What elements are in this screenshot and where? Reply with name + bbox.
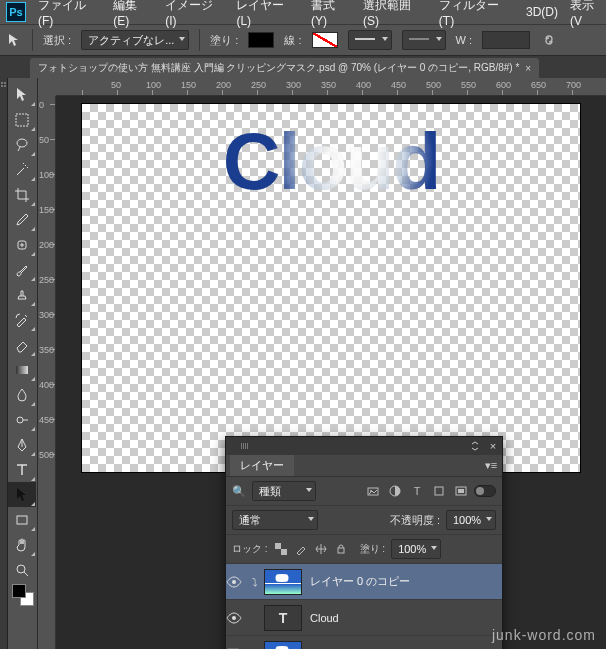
ruler-tick-label: 550 — [461, 80, 476, 90]
lock-move-icon[interactable] — [314, 543, 328, 555]
work-area: 5010015020025030035040045050055060065070… — [0, 78, 606, 649]
ruler-tick-label: 250 — [251, 80, 266, 90]
ruler-horizontal[interactable]: 5010015020025030035040045050055060065070… — [56, 78, 606, 96]
ruler-tick-label: 300 — [286, 80, 301, 90]
filter-smart-icon[interactable] — [454, 485, 468, 497]
type-tool[interactable] — [8, 457, 36, 482]
lock-all-icon[interactable] — [334, 543, 348, 555]
blend-mode-dropdown[interactable]: 通常 — [232, 510, 318, 530]
panel-titlebar[interactable]: × — [226, 437, 502, 455]
collapse-icon[interactable] — [466, 438, 484, 454]
crop-tool[interactable] — [8, 182, 36, 207]
tab-layers[interactable]: レイヤー — [230, 455, 294, 476]
menu-image[interactable]: イメージ(I) — [165, 0, 224, 28]
width-field[interactable] — [482, 31, 530, 49]
layer-name[interactable]: レイヤー 0 のコピー — [302, 574, 502, 589]
ruler-vertical[interactable]: 050100150200250300350400450500 — [38, 96, 56, 649]
layer-row[interactable]: TCloud — [226, 600, 502, 636]
layer-name[interactable]: Cloud — [302, 612, 502, 624]
separator — [32, 29, 33, 51]
pen-tool[interactable] — [8, 432, 36, 457]
svg-rect-16 — [338, 548, 344, 553]
ruler-tick-label: 500 — [426, 80, 441, 90]
ruler-tick-label: 700 — [566, 80, 581, 90]
eraser-tool[interactable] — [8, 332, 36, 357]
ruler-tick-label: 150 — [181, 80, 196, 90]
ruler-tick-label: 50 — [111, 80, 121, 90]
menu-type[interactable]: 書式(Y) — [311, 0, 351, 28]
zoom-tool[interactable] — [8, 557, 36, 582]
move-tool[interactable] — [8, 82, 36, 107]
menu-view[interactable]: 表示(V — [570, 0, 606, 28]
lock-row: ロック : 塗り : 100% — [226, 535, 502, 564]
layer-row[interactable]: レイヤー 0 — [226, 636, 502, 649]
stroke-width-dropdown[interactable] — [348, 30, 392, 50]
menu-filter[interactable]: フィルター(T) — [439, 0, 514, 28]
fill-label: 塗り : — [210, 33, 238, 48]
gradient-tool[interactable] — [8, 357, 36, 382]
eyedropper-tool[interactable] — [8, 207, 36, 232]
layer-filter-row: 🔍 種類 T — [226, 477, 502, 506]
collapsed-dock[interactable] — [0, 78, 8, 649]
panel-menu-icon[interactable]: ▾≡ — [480, 459, 502, 472]
ruler-tick-label: 50 — [39, 135, 49, 145]
svg-rect-14 — [275, 543, 281, 549]
lock-paint-icon[interactable] — [294, 543, 308, 555]
ruler-tick-label: 200 — [216, 80, 231, 90]
filter-toggle[interactable] — [474, 485, 496, 497]
brush-tool[interactable] — [8, 257, 36, 282]
document-tab[interactable]: フォトショップの使い方 無料講座 入門編 クリッピングマスク.psd @ 70%… — [30, 58, 539, 78]
layer-row[interactable]: ⤵レイヤー 0 のコピー — [226, 564, 502, 600]
layer-thumbnail[interactable] — [264, 569, 302, 595]
menu-file[interactable]: ファイル(F) — [38, 0, 101, 28]
lasso-tool[interactable] — [8, 132, 36, 157]
filter-type-icon[interactable]: T — [410, 485, 424, 497]
rectangle-tool[interactable] — [8, 507, 36, 532]
lock-transparent-icon[interactable] — [274, 543, 288, 555]
svg-point-7 — [17, 565, 25, 573]
menu-layer[interactable]: レイヤー(L) — [236, 0, 299, 28]
ruler-corner — [38, 78, 56, 96]
select-dropdown[interactable]: アクティブなレ... — [81, 30, 189, 50]
stroke-label: 線 : — [284, 33, 301, 48]
blur-tool[interactable] — [8, 382, 36, 407]
link-wh-icon[interactable] — [540, 31, 558, 49]
fill-swatch[interactable] — [248, 32, 274, 48]
marquee-tool[interactable] — [8, 107, 36, 132]
magic-wand-tool[interactable] — [8, 157, 36, 182]
move-tool-indicator[interactable] — [6, 32, 22, 48]
stroke-style-dropdown[interactable] — [402, 30, 446, 50]
menu-3d[interactable]: 3D(D) — [526, 5, 558, 19]
clone-stamp-tool[interactable] — [8, 282, 36, 307]
filter-pixel-icon[interactable] — [366, 485, 380, 497]
kind-dropdown[interactable]: 種類 — [252, 481, 316, 501]
history-brush-tool[interactable] — [8, 307, 36, 332]
blend-row: 通常 不透明度 : 100% — [226, 506, 502, 535]
visibility-toggle[interactable] — [226, 612, 252, 624]
menu-edit[interactable]: 編集(E) — [113, 0, 153, 28]
clip-indicator: ⤵ — [252, 576, 264, 588]
spot-heal-tool[interactable] — [8, 232, 36, 257]
ruler-tick-label: 450 — [39, 415, 54, 425]
path-select-tool[interactable] — [8, 482, 36, 507]
document-tab-strip: フォトショップの使い方 無料講座 入門編 クリッピングマスク.psd @ 70%… — [0, 56, 606, 78]
fg-bg-swatches[interactable] — [8, 582, 37, 612]
fill-label: 塗り : — [360, 542, 386, 556]
canvas-page[interactable]: Cloud — [82, 104, 580, 472]
opacity-field[interactable]: 100% — [446, 510, 496, 530]
layer-thumbnail[interactable] — [264, 641, 302, 650]
dodge-tool[interactable] — [8, 407, 36, 432]
menu-select[interactable]: 選択範囲(S) — [363, 0, 427, 28]
separator — [199, 29, 200, 51]
visibility-toggle[interactable] — [226, 576, 252, 588]
filter-adjust-icon[interactable] — [388, 485, 402, 497]
layer-thumbnail[interactable]: T — [264, 605, 302, 631]
hand-tool[interactable] — [8, 532, 36, 557]
menu-bar: Ps ファイル(F) 編集(E) イメージ(I) レイヤー(L) 書式(Y) 選… — [0, 0, 606, 24]
stroke-swatch[interactable] — [312, 32, 338, 48]
ruler-tick-label: 650 — [531, 80, 546, 90]
fill-field[interactable]: 100% — [391, 539, 441, 559]
close-icon[interactable]: × — [525, 63, 531, 74]
filter-shape-icon[interactable] — [432, 485, 446, 497]
close-icon[interactable]: × — [484, 438, 502, 454]
